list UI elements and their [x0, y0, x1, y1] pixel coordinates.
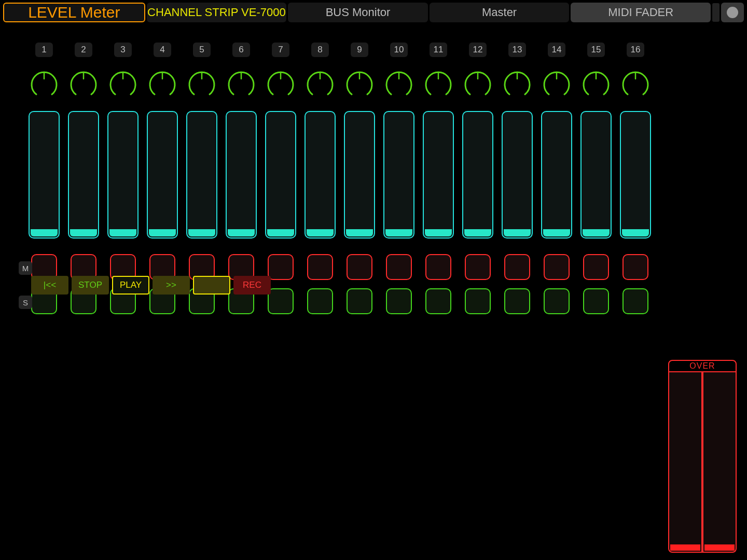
transport-play-button[interactable]: PLAY — [112, 276, 149, 295]
tab-midi-fader[interactable]: MIDI FADER — [571, 3, 711, 22]
level-fader[interactable] — [107, 111, 139, 239]
tab-bar: LEVEL Meter CHANNEL STRIP VE-7000 BUS Mo… — [0, 0, 747, 25]
tab-channel-strip[interactable]: CHANNEL STRIP VE-7000 — [147, 3, 287, 22]
level-fader[interactable] — [620, 111, 651, 239]
level-fader[interactable] — [147, 111, 178, 239]
transport-ffwd-button[interactable]: >> — [153, 276, 190, 295]
level-fill — [346, 229, 373, 236]
mute-row-label: M — [19, 261, 32, 275]
pan-knob[interactable] — [345, 69, 374, 99]
channel-number-badge[interactable]: 6 — [232, 43, 250, 57]
transport-blank-button[interactable] — [193, 276, 230, 295]
pan-knob[interactable] — [384, 69, 413, 99]
channel-13: 13 — [503, 43, 531, 254]
level-fader[interactable] — [226, 111, 257, 239]
pan-knob[interactable] — [542, 69, 571, 99]
channel-number-badge[interactable]: 13 — [508, 43, 526, 57]
channel-8: 8 — [306, 43, 334, 254]
channel-number-badge[interactable]: 1 — [35, 43, 53, 57]
tab-indicator-button[interactable] — [721, 3, 744, 22]
solo-button-11[interactable] — [425, 288, 451, 314]
level-fader[interactable] — [186, 111, 217, 239]
level-fader[interactable] — [502, 111, 533, 239]
pan-knob[interactable] — [266, 69, 295, 99]
tab-level-meter[interactable]: LEVEL Meter — [3, 3, 145, 22]
channel-number-badge[interactable]: 8 — [311, 43, 329, 57]
level-fill — [228, 229, 255, 236]
over-label: OVER — [668, 360, 737, 372]
pan-knob[interactable] — [69, 69, 98, 99]
mute-button-7[interactable] — [268, 254, 294, 280]
channel-4: 4 — [148, 43, 176, 254]
pan-knob[interactable] — [148, 69, 177, 99]
channel-number-badge[interactable]: 3 — [114, 43, 132, 57]
level-fader[interactable] — [265, 111, 296, 239]
channel-number-badge[interactable]: 9 — [351, 43, 368, 57]
mixer-stage: 1 2 3 4 5 6 7 8 9 10 11 12 13 14 — [0, 43, 747, 317]
level-fill — [31, 229, 58, 236]
mute-button-11[interactable] — [425, 254, 451, 280]
level-fader[interactable] — [580, 111, 612, 239]
channel-number-badge[interactable]: 11 — [430, 43, 447, 57]
mute-button-8[interactable] — [307, 254, 333, 280]
pan-knob[interactable] — [424, 69, 453, 99]
pan-knob[interactable] — [227, 69, 256, 99]
channel-number-badge[interactable]: 10 — [390, 43, 408, 57]
mute-button-15[interactable] — [583, 254, 609, 280]
pan-knob[interactable] — [463, 69, 492, 99]
solo-button-13[interactable] — [504, 288, 530, 314]
mute-button-12[interactable] — [465, 254, 491, 280]
pan-knob[interactable] — [306, 69, 335, 99]
transport-rec-button[interactable]: REC — [233, 276, 271, 295]
channel-number-badge[interactable]: 2 — [75, 43, 92, 57]
tab-master[interactable]: Master — [430, 3, 570, 22]
channel-7: 7 — [267, 43, 295, 254]
level-fader[interactable] — [423, 111, 454, 239]
channel-number-badge[interactable]: 7 — [272, 43, 289, 57]
channel-number-badge[interactable]: 4 — [154, 43, 171, 57]
pan-knob[interactable] — [30, 69, 59, 99]
solo-button-7[interactable] — [268, 288, 294, 314]
solo-button-8[interactable] — [307, 288, 333, 314]
solo-button-12[interactable] — [465, 288, 491, 314]
level-fader[interactable] — [305, 111, 336, 239]
solo-button-9[interactable] — [347, 288, 372, 314]
channel-columns: 1 2 3 4 5 6 7 8 9 10 11 12 13 14 — [30, 43, 738, 254]
channel-5: 5 — [188, 43, 216, 254]
channel-number-badge[interactable]: 16 — [627, 43, 644, 57]
channel-number-badge[interactable]: 5 — [193, 43, 211, 57]
solo-button-10[interactable] — [386, 288, 412, 314]
pan-knob[interactable] — [503, 69, 532, 99]
over-meter-right — [702, 372, 737, 553]
solo-button-14[interactable] — [544, 288, 570, 314]
channel-3: 3 — [109, 43, 137, 254]
solo-button-15[interactable] — [583, 288, 609, 314]
channel-number-badge[interactable]: 14 — [548, 43, 565, 57]
level-fader[interactable] — [383, 111, 414, 239]
pan-knob[interactable] — [187, 69, 216, 99]
level-fader[interactable] — [344, 111, 375, 239]
channel-2: 2 — [70, 43, 98, 254]
mute-button-14[interactable] — [544, 254, 570, 280]
mute-button-10[interactable] — [386, 254, 412, 280]
level-fill — [425, 229, 452, 236]
transport-rewind-button[interactable]: |<< — [31, 276, 68, 295]
pan-knob[interactable] — [621, 69, 650, 99]
channel-number-badge[interactable]: 12 — [469, 43, 487, 57]
level-fader[interactable] — [68, 111, 99, 239]
tab-bus-monitor[interactable]: BUS Monitor — [288, 3, 428, 22]
level-fill — [70, 229, 97, 236]
transport-bar: |<< STOP PLAY >> REC — [31, 276, 271, 295]
solo-button-16[interactable] — [622, 288, 648, 314]
mute-button-9[interactable] — [347, 254, 372, 280]
channel-9: 9 — [345, 43, 374, 254]
mute-button-13[interactable] — [504, 254, 530, 280]
pan-knob[interactable] — [108, 69, 137, 99]
level-fader[interactable] — [29, 111, 60, 239]
level-fader[interactable] — [462, 111, 493, 239]
level-fader[interactable] — [541, 111, 572, 239]
pan-knob[interactable] — [582, 69, 611, 99]
mute-button-16[interactable] — [622, 254, 648, 280]
transport-stop-button[interactable]: STOP — [72, 276, 109, 295]
channel-number-badge[interactable]: 15 — [587, 43, 605, 57]
